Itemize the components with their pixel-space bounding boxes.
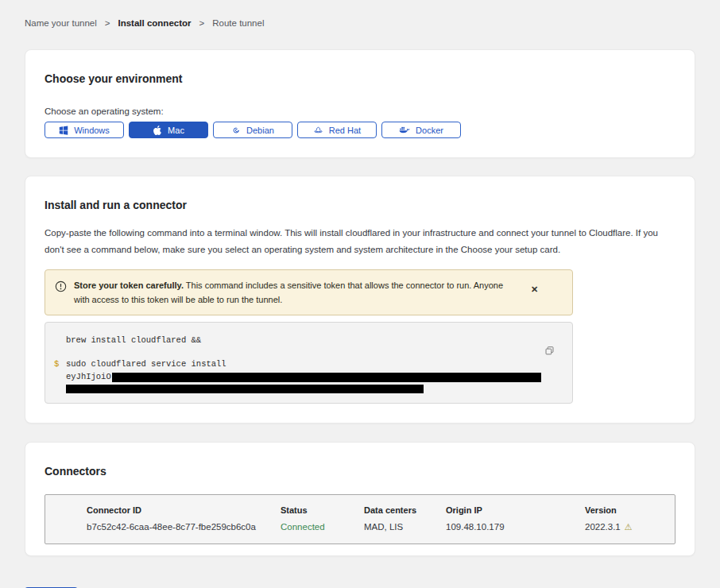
os-select-label: Choose an operating system: [45,106,675,116]
breadcrumb-step-install-connector[interactable]: Install connector [118,18,192,28]
install-description: Copy-paste the following command into a … [45,225,675,259]
os-button-label: Windows [74,126,110,135]
windows-icon [59,126,68,135]
breadcrumb: Name your tunnel > Install connector > R… [25,0,695,28]
environment-card-title: Choose your environment [45,72,675,85]
connectors-card: Connectors Connector ID Status Data cent… [25,442,695,556]
page: Name your tunnel > Install connector > R… [0,0,720,556]
debian-icon [231,126,241,135]
connectors-table-header-row: Connector ID Status Data centers Origin … [87,505,675,515]
code-line-brew: brew install cloudflared && [66,334,540,346]
copy-icon[interactable] [543,344,556,360]
header-origin-ip: Origin IP [446,505,585,515]
redacted-token-bar [112,373,541,382]
os-button-label: Debian [246,126,274,135]
header-version: Version [585,505,675,515]
token-warning-text: Store your token carefully. This command… [74,278,519,307]
os-button-docker[interactable]: Docker [381,122,461,138]
os-button-group: Windows Mac Debian Red Hat [45,122,675,138]
breadcrumb-separator: > [105,18,110,28]
install-card-title: Install and run a connector [45,199,675,211]
token-warning-banner: Store your token carefully. This command… [45,269,573,315]
os-button-debian[interactable]: Debian [213,122,292,138]
version-value: 2022.3.1 ⚠ [585,522,675,532]
apple-icon [153,126,162,135]
code-line-token: eyJhIjoiO [66,370,541,383]
token-warning-title: Store your token carefully. [74,280,184,290]
code-command: sudo cloudflared service install eyJhIjo… [66,358,541,393]
breadcrumb-step-route-tunnel[interactable]: Route tunnel [212,18,264,28]
os-button-label: Red Hat [329,126,361,135]
connectors-card-title: Connectors [45,465,675,478]
os-button-label: Docker [416,126,443,135]
header-connector-id: Connector ID [87,505,281,515]
connector-id-value: b7c52c42-6caa-48ee-8c77-fbe259cb6c0a [87,522,281,532]
origin-ip-value: 109.48.10.179 [446,522,585,532]
version-number: 2022.3.1 [585,522,621,532]
connector-row: b7c52c42-6caa-48ee-8c77-fbe259cb6c0a Con… [87,522,675,532]
code-line-service-install: sudo cloudflared service install [66,358,541,370]
redacted-token-bar [66,385,424,393]
header-status: Status [281,505,364,515]
os-button-windows[interactable]: Windows [45,122,124,138]
token-prefix: eyJhIjoiO [66,372,111,381]
breadcrumb-step-name-your-tunnel[interactable]: Name your tunnel [25,18,97,28]
breadcrumb-separator: > [199,18,205,28]
docker-icon [399,126,410,134]
shell-prompt: $ [54,358,66,393]
install-connector-card: Install and run a connector Copy-paste t… [25,176,695,424]
alert-circle-icon [55,280,67,296]
close-icon[interactable]: ✕ [526,281,543,298]
data-centers-value: MAD, LIS [364,522,446,532]
environment-card: Choose your environment Choose an operat… [25,49,695,158]
os-button-mac[interactable]: Mac [129,122,208,138]
os-button-redhat[interactable]: Red Hat [297,122,377,138]
connectors-table: Connector ID Status Data centers Origin … [45,494,675,544]
warning-triangle-icon: ⚠ [625,522,633,532]
redhat-icon [313,126,323,135]
header-data-centers: Data centers [364,505,446,515]
status-badge: Connected [281,522,364,532]
os-button-label: Mac [168,126,184,135]
install-command-code-block: brew install cloudflared && $ sudo cloud… [45,322,573,404]
